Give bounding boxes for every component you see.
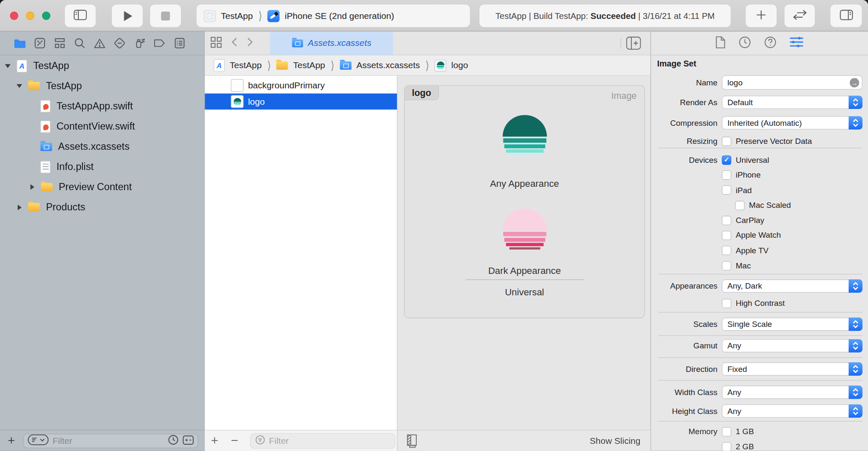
disclosure-triangle-icon[interactable] <box>16 84 23 88</box>
breakpoint-navigator-icon[interactable] <box>153 37 165 49</box>
logo-image-dark-appearance[interactable] <box>502 209 546 249</box>
project-navigator-tree: A TestApp TestApp TestAppApp.swift Conte… <box>0 56 204 218</box>
popup-stepper-icon <box>849 279 863 293</box>
tree-item-products[interactable]: Products <box>0 197 204 218</box>
high-contrast-checkbox[interactable] <box>722 298 731 308</box>
toggle-inspector-button[interactable] <box>831 5 862 27</box>
breadcrumb-asset[interactable]: logo <box>451 60 468 70</box>
activity-status-view[interactable]: TestApp | Build TestApp: Succeeded | 3/1… <box>479 5 731 27</box>
asset-catalog-icon <box>292 39 303 47</box>
tree-item-preview-content[interactable]: Preview Content <box>0 177 204 197</box>
compression-select[interactable]: Inherited (Automatic) <box>722 116 863 130</box>
logo-image-any-appearance[interactable] <box>502 115 546 156</box>
filter-circle-icon <box>255 435 265 447</box>
iphone-checkbox[interactable] <box>722 170 731 179</box>
breadcrumb-project[interactable]: TestApp <box>230 60 262 70</box>
filter-menu-icon[interactable] <box>28 434 49 448</box>
scheme-project-name[interactable]: TestApp <box>221 11 253 21</box>
source-control-navigator-icon[interactable] <box>34 37 46 49</box>
library-add-button[interactable] <box>746 5 777 27</box>
tree-item-testapp-folder[interactable]: TestApp <box>0 76 204 96</box>
slicing-icon <box>406 434 419 450</box>
card-divider <box>466 279 583 280</box>
project-navigator-icon[interactable] <box>14 37 26 49</box>
memory-1gb-checkbox[interactable] <box>722 427 731 436</box>
breadcrumb-group[interactable]: TestApp <box>293 60 325 70</box>
tree-item-project-root[interactable]: A TestApp <box>0 56 204 76</box>
mac-checkbox[interactable] <box>722 261 731 270</box>
asset-row-backgroundprimary[interactable]: backgroundPrimary <box>205 77 397 93</box>
attributes-inspector-icon[interactable] <box>789 36 804 50</box>
disclosure-triangle-icon[interactable] <box>16 204 23 210</box>
height-class-select[interactable]: Any <box>722 404 863 418</box>
disclosure-triangle-icon[interactable] <box>29 184 35 190</box>
symbol-navigator-icon[interactable] <box>54 37 66 49</box>
navigate-forward-icon[interactable] <box>247 37 253 49</box>
asset-row-logo[interactable]: logo <box>205 93 397 109</box>
appearances-select[interactable]: Any, Dark <box>722 279 863 293</box>
close-window-button[interactable] <box>10 12 19 20</box>
direction-select[interactable]: Fixed <box>722 362 863 376</box>
asset-name-label: logo <box>248 96 265 106</box>
preserve-vector-data-row: Preserve Vector Data <box>722 136 812 146</box>
tree-item-label: TestApp <box>33 60 69 72</box>
tree-item-label: Assets.xcassets <box>58 141 130 153</box>
tree-item-info-plist[interactable]: Info.plist <box>0 157 204 177</box>
find-navigator-icon[interactable] <box>74 37 86 49</box>
tab-overview-icon[interactable] <box>210 36 222 50</box>
editor-swap-button[interactable] <box>784 5 815 27</box>
name-label: Name <box>651 75 717 90</box>
source-control-status-icon[interactable] <box>183 435 194 447</box>
apple-watch-checkbox[interactable] <box>722 231 731 240</box>
height-class-label: Height Class <box>651 404 717 418</box>
add-asset-button[interactable]: + <box>211 430 218 451</box>
memory-label: Memory <box>651 427 717 437</box>
tree-item-testappapp-swift[interactable]: TestAppApp.swift <box>0 96 204 117</box>
carplay-checkbox[interactable] <box>722 215 731 225</box>
universal-checkbox[interactable] <box>722 155 731 164</box>
navigator-filter-field[interactable]: Filter <box>23 434 198 448</box>
add-editor-button[interactable] <box>626 37 641 52</box>
tree-item-contentview-swift[interactable]: ContentView.swift <box>0 117 204 137</box>
section-divider <box>658 274 863 274</box>
mac-scaled-checkbox[interactable] <box>735 201 744 210</box>
zoom-window-button[interactable] <box>42 12 51 20</box>
width-class-select[interactable]: Any <box>722 386 863 399</box>
memory-2gb-checkbox[interactable] <box>722 442 731 451</box>
report-navigator-icon[interactable] <box>173 37 186 49</box>
section-divider <box>658 312 863 313</box>
disclosure-triangle-icon[interactable] <box>5 64 11 68</box>
recent-files-clock-icon[interactable] <box>168 434 178 448</box>
minimize-window-button[interactable] <box>26 12 35 20</box>
scales-select[interactable]: Single Scale <box>722 318 863 331</box>
tree-item-assets-xcassets[interactable]: Assets.xcassets <box>0 137 204 157</box>
stop-button[interactable] <box>150 5 181 27</box>
add-file-button[interactable]: + <box>8 435 15 447</box>
remove-asset-button[interactable]: − <box>231 430 238 451</box>
debug-navigator-icon[interactable] <box>133 37 146 49</box>
quick-help-inspector-icon[interactable] <box>764 36 777 51</box>
toggle-navigator-button[interactable] <box>65 5 96 27</box>
gamut-select[interactable]: Any <box>722 339 863 353</box>
filter-placeholder: Filter <box>53 436 164 446</box>
file-inspector-icon[interactable] <box>715 36 726 51</box>
preserve-vector-data-checkbox[interactable] <box>722 136 731 146</box>
name-field[interactable]: logo → <box>722 75 863 90</box>
go-arrow-icon[interactable]: → <box>850 78 859 87</box>
ipad-checkbox[interactable] <box>722 186 731 195</box>
history-inspector-icon[interactable] <box>738 36 751 51</box>
issue-navigator-icon[interactable] <box>93 37 106 49</box>
tab-assets-xcassets[interactable]: Assets.xcassets <box>270 32 393 55</box>
breadcrumb-catalog[interactable]: Assets.xcassets <box>357 60 420 70</box>
apple-tv-checkbox[interactable] <box>722 246 731 255</box>
render-as-select[interactable]: Default <box>722 96 863 109</box>
device-mac-scaled-row: Mac Scaled <box>735 200 791 210</box>
scheme-selector[interactable]: TestApp ⟩ iPhone SE (2nd generation) <box>197 5 470 27</box>
test-navigator-icon[interactable] <box>114 37 126 49</box>
attributes-inspector-content: Image Set Name logo → Render As Default … <box>651 56 868 451</box>
scheme-destination-name[interactable]: iPhone SE (2nd generation) <box>285 11 394 21</box>
navigate-back-icon[interactable] <box>232 37 237 49</box>
asset-filter-field[interactable]: Filter <box>250 433 395 449</box>
show-slicing-button[interactable]: Show Slicing <box>590 430 640 451</box>
run-button[interactable] <box>112 5 143 27</box>
